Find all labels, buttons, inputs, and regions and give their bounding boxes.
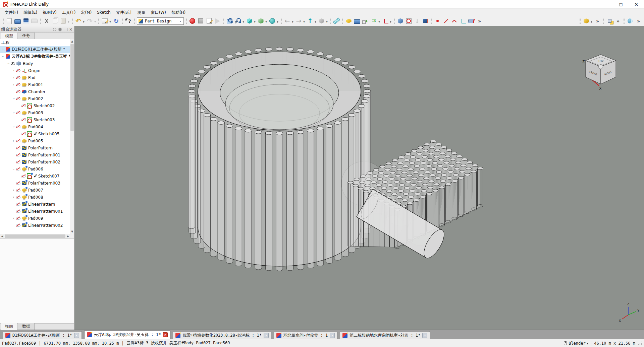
view-isometric-dropdown-icon[interactable]	[253, 18, 256, 24]
tree-item-Pad008[interactable]: Pad008	[0, 194, 70, 201]
edit-sketch[interactable]	[405, 17, 413, 25]
model-geometry[interactable]	[188, 47, 483, 271]
tree-item-云浮A3标-3#接收沉井-吴玉祥-*[interactable]: 云浮A3标 3#接收沉井-吴玉祥 *	[0, 53, 70, 60]
tree-item-LinearPattern002[interactable]: LinearPattern002	[0, 222, 70, 229]
macro-edit[interactable]	[205, 17, 213, 25]
tree-item-Origin[interactable]: Origin	[0, 67, 70, 74]
external-geometry[interactable]	[459, 17, 467, 25]
close-tab-icon[interactable]	[264, 333, 269, 338]
paste-dropdown-icon[interactable]	[67, 18, 70, 24]
whats-this[interactable]	[124, 17, 132, 25]
doc-tab[interactable]: 环北量水间-付俊雯 : 1	[274, 331, 337, 339]
nav-forward[interactable]	[294, 17, 306, 25]
copy[interactable]	[51, 17, 59, 25]
tree-item-PolarPattern[interactable]: PolarPattern	[0, 144, 70, 151]
new-file[interactable]	[5, 17, 13, 25]
axonometric-views-dropdown-icon[interactable]	[325, 18, 328, 24]
3d-viewport[interactable]: TOP FRONT RIGHT Z X Z Y X	[74, 26, 644, 330]
maximize-button[interactable]	[613, 0, 629, 9]
view-up[interactable]	[306, 17, 317, 25]
tree-item-PolarPattern002[interactable]: PolarPattern002	[0, 158, 70, 165]
tab-数据[interactable]: 数据	[18, 323, 35, 330]
carbon-copy[interactable]	[467, 17, 475, 25]
tree-item-Pad006[interactable]: Pad006	[0, 165, 70, 172]
tab-视图[interactable]: 视图	[1, 323, 17, 330]
expander-open-icon[interactable]	[1, 55, 5, 58]
view-up-dropdown-icon[interactable]	[314, 18, 317, 24]
tree-item-Body[interactable]: Body	[0, 60, 70, 67]
doc-tab[interactable]: 云浮A3标 3#接收沉井-吴玉祥 : 1*	[84, 330, 170, 339]
macro-play[interactable]	[213, 17, 222, 25]
section-cut[interactable]	[626, 17, 634, 25]
menu-工具t[interactable]: 工具(T)	[59, 9, 78, 16]
close-tab-icon[interactable]	[74, 333, 79, 338]
scroll-down-icon[interactable]	[70, 229, 74, 234]
macro-record[interactable]	[188, 17, 197, 25]
create-sketch[interactable]	[396, 17, 405, 25]
doc-tab[interactable]: D1标DG01#工作井-赵毅新 : 1*	[3, 331, 82, 339]
tree-vscroll-thumb[interactable]	[70, 44, 74, 131]
tree-horizontal-scrollbar[interactable]	[0, 234, 74, 239]
tree-item-PolarPattern003[interactable]: PolarPattern003	[0, 180, 70, 187]
tab-任务[interactable]: 任务	[18, 32, 35, 39]
menu-文件f[interactable]: 文件(F)	[2, 9, 21, 16]
boolean-operation-dropdown-icon[interactable]	[590, 18, 593, 24]
tree-item-PolarPattern001[interactable]: PolarPattern001	[0, 151, 70, 158]
zoom-tools[interactable]	[234, 17, 245, 25]
expander-closed-icon[interactable]	[11, 139, 16, 143]
tree-item-LinearPattern001[interactable]: LinearPattern001	[0, 208, 70, 215]
measure[interactable]	[332, 17, 341, 25]
mark-recompute[interactable]	[101, 17, 112, 25]
tree-item-D1标DG01#工作井-赵毅新-*[interactable]: D1标DG01#工作井-赵毅新 *	[0, 46, 70, 53]
expander-open-icon[interactable]	[11, 167, 16, 171]
print[interactable]	[30, 17, 39, 25]
tree-item-Pad005[interactable]: Pad005	[0, 137, 70, 144]
tree-item-Chamfer[interactable]: Chamfer	[0, 88, 70, 95]
menu-宏m[interactable]: 宏(M)	[78, 9, 95, 16]
scroll-up-icon[interactable]	[70, 39, 74, 44]
menu-零件设计[interactable]: 零件设计	[113, 9, 135, 16]
zoom-tools-dropdown-icon[interactable]	[242, 18, 245, 24]
expander-closed-icon[interactable]	[11, 76, 16, 79]
undo[interactable]	[74, 17, 86, 25]
fit-all[interactable]	[225, 17, 234, 25]
expander-open-icon[interactable]	[11, 111, 16, 115]
overflow-2[interactable]	[593, 17, 602, 25]
boolean-operation[interactable]	[582, 17, 593, 25]
nav-style-dropdown-icon[interactable]	[586, 341, 588, 346]
datum-tools-dropdown-icon[interactable]	[389, 18, 392, 24]
tree-item-Pad009[interactable]: Pad009	[0, 215, 70, 222]
nav-back-dropdown-icon[interactable]	[291, 18, 294, 24]
overlay-toggle-icon[interactable]	[53, 27, 57, 31]
scroll-right-icon[interactable]	[66, 234, 70, 238]
expander-open-icon[interactable]	[6, 62, 10, 65]
sync-view-dropdown-icon[interactable]	[276, 18, 279, 24]
menu-视图v[interactable]: 视图(V)	[40, 9, 59, 16]
tree-hscroll-thumb[interactable]	[5, 234, 65, 238]
expander-closed-icon[interactable]	[11, 189, 16, 192]
create-polyline[interactable]	[450, 17, 459, 25]
menu-编辑e[interactable]: 编辑(E)	[21, 9, 40, 16]
draw-style-dropdown-icon[interactable]	[265, 18, 268, 24]
scroll-left-icon[interactable]	[0, 234, 4, 238]
tree-item-LinearPattern[interactable]: LinearPattern	[0, 201, 70, 208]
create-body[interactable]	[344, 17, 353, 25]
doc-tab[interactable]: 冠梁+挡墙参数化2023.8.28-陈鸿标 : 1*	[173, 331, 271, 339]
float-panel-icon[interactable]	[63, 27, 67, 31]
validate-sketch[interactable]	[421, 17, 430, 25]
expander-closed-icon[interactable]	[11, 69, 16, 72]
close-tab-icon[interactable]	[330, 333, 335, 338]
navigation-style[interactable]: Blender	[569, 341, 586, 346]
nav-forward-dropdown-icon[interactable]	[303, 18, 306, 24]
create-group[interactable]	[353, 17, 361, 25]
open-file[interactable]	[13, 17, 22, 25]
tree-item-Sketch002[interactable]: Sketch002	[0, 102, 70, 109]
tab-模型[interactable]: 模型	[1, 32, 17, 39]
tree-item-Pad[interactable]: Pad	[0, 74, 70, 81]
toolbar-overflow[interactable]	[475, 17, 484, 25]
3d-scene[interactable]: TOP FRONT RIGHT Z X Z Y X	[74, 26, 644, 330]
make-link[interactable]	[361, 17, 370, 25]
cube-corner-ball[interactable]	[599, 65, 603, 69]
tree-item-Pad001[interactable]: Pad001	[0, 81, 70, 88]
macro-stop[interactable]	[197, 17, 205, 25]
